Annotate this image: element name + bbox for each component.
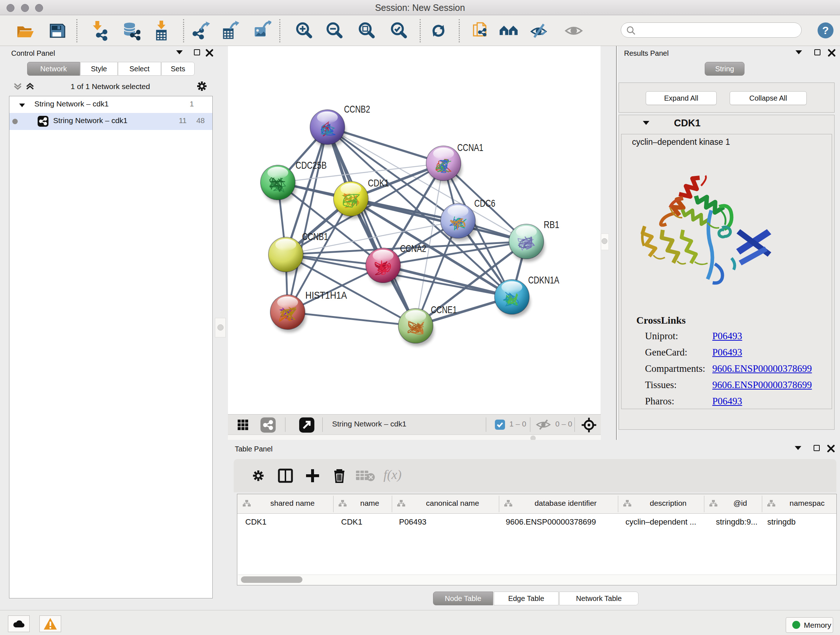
svg-text:CCNB1: CCNB1 <box>302 231 328 242</box>
svg-text:CCNA1: CCNA1 <box>457 142 483 153</box>
svg-text:CDKN1A: CDKN1A <box>528 274 559 286</box>
svg-text:HIST1H1A: HIST1H1A <box>305 290 347 301</box>
svg-text:?: ? <box>822 24 829 36</box>
svg-text:CCNA2: CCNA2 <box>400 243 426 254</box>
svg-text:CCNE1: CCNE1 <box>431 304 457 315</box>
svg-text:CCNB2: CCNB2 <box>344 103 370 115</box>
svg-text:RB1: RB1 <box>544 219 559 230</box>
svg-text:CDC6: CDC6 <box>474 198 495 209</box>
svg-text:CDK1: CDK1 <box>368 177 389 188</box>
svg-text:CDC25B: CDC25B <box>295 160 327 171</box>
